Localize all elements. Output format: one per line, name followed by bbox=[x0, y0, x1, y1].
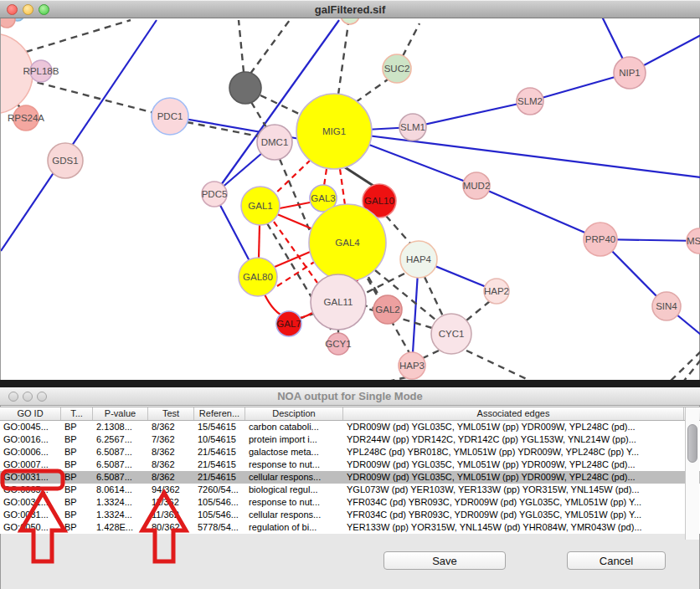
cell: 10/54615 bbox=[194, 433, 245, 446]
cell: GO:0006... bbox=[0, 446, 61, 458]
cell: 105/546... bbox=[194, 509, 245, 521]
cell: BP bbox=[61, 433, 93, 446]
scrollbar-thumb[interactable] bbox=[687, 424, 697, 463]
edge-dash-45 bbox=[684, 360, 700, 380]
cell: 6.5087... bbox=[93, 446, 148, 458]
cell: carbon cataboli... bbox=[245, 421, 343, 433]
cell: 8/362 bbox=[148, 421, 194, 433]
cell: GO:0016... bbox=[0, 433, 61, 446]
cell: YPL248C (pd) YBR018C, YML051W (pp) YDR00… bbox=[343, 446, 684, 458]
cell: 80/362 bbox=[148, 521, 194, 534]
node-label-SIN4: SIN4 bbox=[656, 301, 677, 311]
table-row[interactable]: GO:0031...BP6.5087...8/36221/54615cellul… bbox=[0, 471, 700, 484]
table-row[interactable]: GO:0031...BP1.3324...11/362105/546...res… bbox=[0, 496, 700, 509]
node-label-HAP4: HAP4 bbox=[406, 254, 432, 264]
edge-dash-22 bbox=[239, 20, 244, 72]
node-label-SLM2: SLM2 bbox=[517, 96, 543, 106]
cell: GO:0031... bbox=[0, 509, 61, 521]
table-row[interactable]: GO:0016...BP6.2567...7/36210/54615protei… bbox=[0, 433, 700, 446]
cell: 5778/54... bbox=[194, 521, 245, 534]
node-label-MUD2: MUD2 bbox=[463, 181, 491, 191]
node-label-MSL5: MSL5 bbox=[687, 236, 700, 246]
table-row[interactable]: GO:0065...BP8.0614...94/3627260/54...bio… bbox=[0, 484, 700, 496]
edge-dash-27 bbox=[356, 79, 388, 102]
node-label-DMC1: DMC1 bbox=[261, 137, 289, 147]
node-label-CYC1: CYC1 bbox=[439, 329, 465, 339]
cell: 94/362 bbox=[148, 484, 194, 496]
cell: 15/54615 bbox=[194, 421, 245, 433]
edge-dash-26 bbox=[338, 23, 348, 95]
node-label-GAL4: GAL4 bbox=[335, 238, 360, 248]
cell: response to nut... bbox=[245, 496, 343, 509]
cell: BP bbox=[61, 446, 93, 458]
node-label-GDS1: GDS1 bbox=[52, 156, 78, 166]
cell: BP bbox=[61, 484, 93, 496]
column-header-referen[interactable]: Referen... bbox=[194, 407, 245, 420]
cell: BP bbox=[61, 471, 93, 484]
edge-darksolid-47 bbox=[345, 167, 376, 187]
edge-dash-33 bbox=[466, 301, 490, 320]
cell: BP bbox=[61, 496, 93, 509]
edge-blue-10 bbox=[476, 186, 600, 239]
save-button[interactable]: Save bbox=[383, 551, 506, 570]
noa-window-titlebar: NOA output for Single Mode bbox=[0, 387, 700, 406]
column-header-desciption[interactable]: Desciption bbox=[245, 407, 343, 420]
edge-dash-32 bbox=[425, 277, 443, 316]
column-header-goid[interactable]: GO ID bbox=[0, 407, 61, 420]
node-gray-node[interactable] bbox=[229, 72, 261, 104]
cell: 7/362 bbox=[148, 433, 194, 446]
table-row[interactable]: GO:0045...BP2.1308...8/36215/54615carbon… bbox=[0, 421, 700, 433]
cell: BP bbox=[61, 458, 93, 471]
edge-dash-34 bbox=[421, 351, 439, 359]
cell: biological regul... bbox=[245, 484, 343, 496]
edge-reddash-55 bbox=[340, 169, 345, 205]
node-label-RPL18B: RPL18B bbox=[23, 66, 59, 76]
cell: 11/362 bbox=[148, 496, 194, 509]
node-label-HAP2: HAP2 bbox=[484, 286, 509, 296]
column-header-t[interactable]: T... bbox=[61, 407, 93, 420]
node-label-SLM1: SLM1 bbox=[400, 122, 425, 132]
node-label-GAL3: GAL3 bbox=[311, 193, 335, 203]
cell: YDR009W (pd) YGL035C, YML051W (pp) YDR00… bbox=[343, 458, 684, 471]
cell: GO:0031... bbox=[0, 471, 61, 484]
cell: 6.5087... bbox=[93, 458, 148, 471]
cell: BP bbox=[61, 521, 93, 534]
cell: 8.0614... bbox=[93, 484, 148, 496]
cell: 1.3324... bbox=[93, 496, 148, 509]
vertical-scrollbar[interactable] bbox=[685, 407, 699, 540]
network-canvas[interactable]: RPL18BRPS24AGDS1PDC1PDC5DMC1MIG1SLM1SUC2… bbox=[1, 0, 700, 380]
table-row[interactable]: GO:0050...BP1.428E...80/3625778/54...reg… bbox=[0, 521, 700, 534]
cell: 6.5087... bbox=[93, 471, 148, 484]
cell: 6.2567... bbox=[93, 433, 148, 446]
edge-dash-31 bbox=[386, 216, 411, 244]
cell: 7260/54... bbox=[194, 484, 245, 496]
cell: 21/54615 bbox=[194, 446, 245, 458]
cell: GO:0050... bbox=[0, 521, 61, 534]
edge-dash-18 bbox=[26, 20, 131, 52]
cell: cellular respons... bbox=[245, 509, 343, 521]
edge-blue-5 bbox=[413, 101, 530, 127]
cell: 2.1308... bbox=[93, 421, 148, 433]
cell: 8/362 bbox=[148, 458, 194, 471]
cancel-button[interactable]: Cancel bbox=[567, 551, 666, 570]
node-label-RPS24A: RPS24A bbox=[8, 113, 44, 123]
cell: regulation of bi... bbox=[245, 521, 343, 534]
cell: 1.3324... bbox=[93, 509, 148, 521]
table-row[interactable]: GO:0006...BP6.5087...8/36221/54615galact… bbox=[0, 446, 700, 458]
edge-dash-42 bbox=[466, 351, 530, 380]
edge-dash-44 bbox=[671, 351, 700, 380]
cell: YGL073W (pd) YER103W, YER133W (pp) YOR31… bbox=[343, 484, 684, 496]
cell: BP bbox=[61, 509, 93, 521]
column-header-pvalue[interactable]: P-value bbox=[93, 407, 148, 420]
table-row[interactable]: GO:0007...BP6.5087...8/36221/54615respon… bbox=[0, 458, 700, 471]
graph-window-title: galFiltered.sif bbox=[0, 3, 700, 16]
node-label-MIG1: MIG1 bbox=[322, 126, 346, 136]
noa-window-title: NOA output for Single Mode bbox=[0, 390, 700, 402]
column-header-associatededges[interactable]: Associated edges bbox=[343, 407, 684, 420]
graph-window: RPL18BRPS24AGDS1PDC1PDC5DMC1MIG1SLM1SUC2… bbox=[0, 0, 700, 380]
node-label-PRP40: PRP40 bbox=[585, 234, 615, 244]
table-header-row: GO IDT...P-valueTestReferen...Desciption… bbox=[0, 407, 700, 421]
column-header-test[interactable]: Test bbox=[148, 407, 194, 420]
node-label-GAL7: GAL7 bbox=[276, 319, 301, 329]
table-row[interactable]: GO:0031...BP1.3324...11/362105/546...cel… bbox=[0, 509, 700, 521]
